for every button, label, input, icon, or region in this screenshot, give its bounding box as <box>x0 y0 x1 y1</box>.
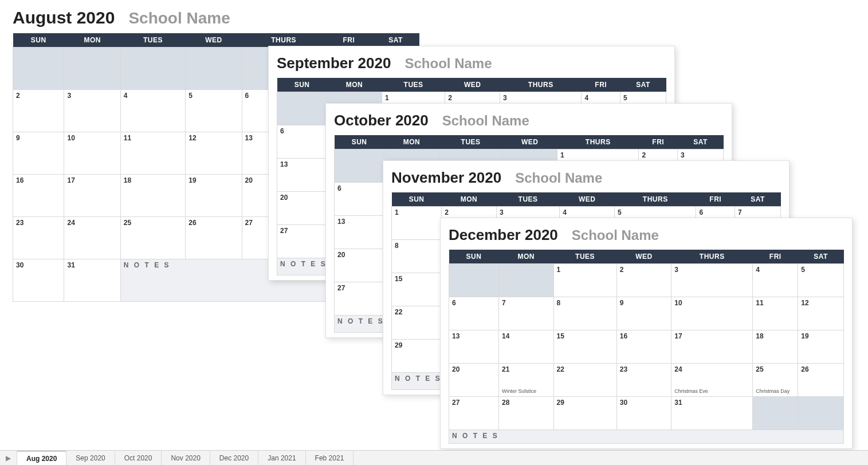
day-header: TUES <box>439 135 502 149</box>
day-header: WED <box>502 135 557 149</box>
calendar-day-cell[interactable]: 18 <box>120 175 185 217</box>
calendar-day-cell[interactable]: 12 <box>798 297 844 330</box>
calendar-day-cell[interactable]: 11 <box>120 132 185 175</box>
calendar-day-cell[interactable]: 19 <box>186 175 242 217</box>
calendar-day-cell[interactable]: 24 <box>64 217 120 259</box>
calendar-day-cell[interactable]: 5 <box>186 90 242 132</box>
calendar-pad-cell[interactable] <box>64 48 120 90</box>
calendar-pad-cell[interactable] <box>120 48 185 90</box>
calendar-day-cell[interactable]: 30 <box>13 259 64 302</box>
sheet-tab[interactable]: Feb 2021 <box>306 451 354 465</box>
calendar-day-cell[interactable]: 27 <box>277 225 327 258</box>
calendar-day-cell[interactable]: 8 <box>553 297 616 330</box>
calendar-pad-cell[interactable] <box>186 48 242 90</box>
calendar-pad-cell[interactable] <box>798 397 844 430</box>
calendar-day-cell[interactable]: 28 <box>498 397 553 430</box>
sheet-tab[interactable]: Jan 2021 <box>258 451 305 465</box>
calendar-day-cell[interactable]: 22 <box>553 364 616 397</box>
sheet-tab[interactable]: Nov 2020 <box>162 451 210 465</box>
day-header: SAT <box>372 33 419 48</box>
calendar-body-dec: 123456789101112131415161718192021Winter … <box>449 264 844 444</box>
day-header: FRI <box>696 192 735 207</box>
sheet-tab[interactable]: Dec 2020 <box>210 451 258 465</box>
tab-nav-play-icon[interactable]: ▶ <box>0 451 17 465</box>
calendar-day-cell[interactable]: 1 <box>392 207 442 240</box>
calendar-day-cell[interactable]: 13 <box>449 330 499 364</box>
calendar-day-cell[interactable]: 3 <box>64 90 120 132</box>
calendar-day-cell[interactable]: 20 <box>449 364 499 397</box>
day-header: WED <box>445 78 500 92</box>
calendar-day-cell[interactable]: 8 <box>392 240 442 273</box>
calendar-day-cell[interactable]: 26 <box>798 364 844 397</box>
calendar-day-cell[interactable]: 23 <box>13 217 64 259</box>
calendar-day-cell[interactable]: 16 <box>13 175 64 217</box>
calendar-day-cell[interactable]: 9 <box>616 297 671 330</box>
calendar-day-cell[interactable]: 10 <box>64 132 120 175</box>
calendar-day-cell[interactable]: 5 <box>798 264 844 297</box>
calendar-day-cell[interactable]: 27 <box>449 397 499 430</box>
calendar-day-cell[interactable]: 13 <box>277 159 327 192</box>
day-header: FRI <box>582 78 620 92</box>
calendar-day-cell[interactable]: 29 <box>392 340 442 373</box>
calendar-day-cell[interactable]: 15 <box>553 330 616 364</box>
calendar-day-cell[interactable]: 24Christmas Eve <box>671 364 753 397</box>
calendar-day-cell[interactable]: 2 <box>13 90 64 132</box>
day-header-row: SUNMONTUESWEDTHURSFRISAT <box>335 135 724 149</box>
day-header: THURS <box>557 135 639 149</box>
calendar-pad-cell[interactable] <box>449 264 499 297</box>
calendar-day-cell[interactable]: 31 <box>64 259 120 302</box>
calendar-day-cell[interactable]: 17 <box>64 175 120 217</box>
calendar-day-cell[interactable]: 26 <box>186 217 242 259</box>
day-header: THURS <box>615 192 696 207</box>
calendar-day-cell[interactable]: 6 <box>277 125 327 159</box>
calendar-pad-cell[interactable] <box>335 149 384 183</box>
calendar-day-cell[interactable]: 25 <box>120 217 185 259</box>
day-header: THURS <box>500 78 582 92</box>
sheet-tab[interactable]: Aug 2020 <box>17 451 66 465</box>
calendar-day-cell[interactable]: 27 <box>335 282 384 316</box>
calendar-day-cell[interactable]: 23 <box>616 364 671 397</box>
day-header: WED <box>186 33 242 48</box>
sheet-tab[interactable]: Oct 2020 <box>115 451 162 465</box>
calendar-day-cell[interactable]: 30 <box>616 397 671 430</box>
calendar-day-cell[interactable]: 9 <box>13 132 64 175</box>
day-header-row: SUNMONTUESWEDTHURSFRISAT <box>277 78 666 92</box>
calendar-day-cell[interactable]: 11 <box>753 297 798 330</box>
calendar-day-cell[interactable]: 19 <box>798 330 844 364</box>
calendar-day-cell[interactable]: 14 <box>498 330 553 364</box>
calendar-day-cell[interactable]: 12 <box>186 132 242 175</box>
calendar-day-cell[interactable]: 1 <box>553 264 616 297</box>
calendar-pad-cell[interactable] <box>277 92 327 125</box>
calendar-day-cell[interactable]: 13 <box>335 216 384 249</box>
calendar-day-cell[interactable]: 29 <box>553 397 616 430</box>
day-header-row: SUNMONTUESWEDTHURSFRISAT <box>392 192 781 207</box>
day-header: SAT <box>798 250 844 264</box>
notes-cell[interactable]: N O T E S <box>449 430 844 444</box>
calendar-day-cell[interactable]: 25Christmas Day <box>753 364 798 397</box>
calendar-day-cell[interactable]: 6 <box>449 297 499 330</box>
calendar-day-cell[interactable]: 20 <box>277 192 327 225</box>
calendar-grid-dec: SUNMONTUESWEDTHURSFRISAT 123456789101112… <box>449 250 844 444</box>
calendar-day-cell[interactable]: 2 <box>616 264 671 297</box>
calendar-pad-cell[interactable] <box>498 264 553 297</box>
calendar-day-cell[interactable]: 22 <box>392 306 442 340</box>
calendar-day-cell[interactable]: 3 <box>671 264 753 297</box>
calendar-day-cell[interactable]: 15 <box>392 273 442 306</box>
calendar-day-cell[interactable]: 6 <box>335 183 384 216</box>
calendar-day-cell[interactable]: 4 <box>753 264 798 297</box>
calendar-pad-cell[interactable] <box>753 397 798 430</box>
calendar-day-cell[interactable]: 20 <box>335 249 384 282</box>
calendar-day-cell[interactable]: 21Winter Solstice <box>498 364 553 397</box>
calendar-day-cell[interactable]: 4 <box>120 90 185 132</box>
calendar-day-cell[interactable]: 17 <box>671 330 753 364</box>
day-header: MON <box>327 78 382 92</box>
sheet-tab[interactable]: Sep 2020 <box>66 451 115 465</box>
calendar-day-cell[interactable]: 31 <box>671 397 753 430</box>
calendar-day-cell[interactable]: 18 <box>753 330 798 364</box>
calendar-day-cell[interactable]: 10 <box>671 297 753 330</box>
day-header: TUES <box>496 192 559 207</box>
day-header: THURS <box>671 250 753 264</box>
calendar-day-cell[interactable]: 16 <box>616 330 671 364</box>
calendar-pad-cell[interactable] <box>13 48 64 90</box>
calendar-day-cell[interactable]: 7 <box>498 297 553 330</box>
